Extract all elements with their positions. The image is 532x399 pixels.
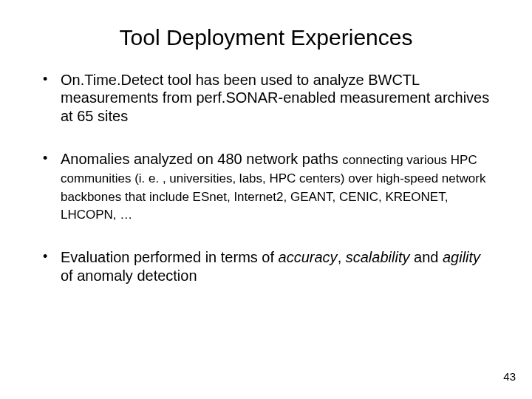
emphasis: agility: [443, 249, 480, 265]
list-item: Evaluation performed in terms of accurac…: [35, 248, 497, 284]
bullet-text-post: of anomaly detection: [61, 267, 197, 284]
list-item: Anomalies analyzed on 480 network paths …: [35, 150, 497, 223]
bullet-text-pre: Evaluation performed in terms of: [61, 249, 279, 265]
emphasis: accuracy: [279, 249, 338, 265]
bullet-text-mid: and: [409, 249, 442, 265]
page-number: 43: [503, 370, 516, 383]
bullet-text: Anomalies analyzed on 480 network paths: [61, 151, 342, 167]
bullet-text: On.Time.Detect tool has been used to ana…: [61, 72, 489, 124]
page-title: Tool Deployment Experiences: [35, 25, 497, 50]
bullet-text-mid: ,: [338, 249, 346, 265]
list-item: On.Time.Detect tool has been used to ana…: [35, 71, 497, 125]
bullet-list: On.Time.Detect tool has been used to ana…: [35, 71, 497, 284]
emphasis: scalability: [346, 249, 410, 265]
slide: Tool Deployment Experiences On.Time.Dete…: [0, 0, 532, 399]
